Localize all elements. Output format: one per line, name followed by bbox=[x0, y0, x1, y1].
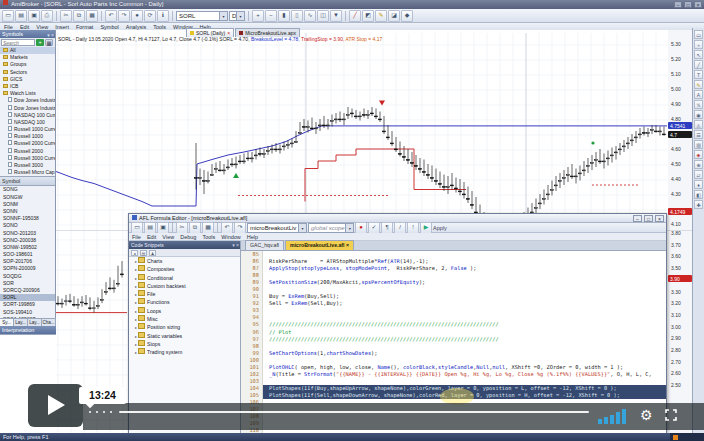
watchlist-item[interactable]: NASDAQ 100 bbox=[0, 119, 55, 126]
code-line-94[interactable]: 94 bbox=[241, 314, 666, 321]
sidebar-item-watch-lists[interactable]: Watch Lists bbox=[0, 90, 55, 97]
rail-tool-icon[interactable]: ◈ bbox=[694, 150, 703, 159]
menu-item-tools[interactable]: Tools bbox=[153, 24, 166, 30]
symbol-row-sonn[interactable]: SONN bbox=[0, 208, 55, 215]
draw-icon[interactable]: ╱ bbox=[349, 10, 361, 22]
undo-icon[interactable]: ↶ bbox=[105, 10, 117, 22]
menu-item-edit[interactable]: Edit bbox=[20, 24, 29, 30]
rail-tool-icon[interactable]: ◉ bbox=[694, 110, 703, 119]
menu-item-analysis[interactable]: Analysis bbox=[126, 24, 146, 30]
menu-item-symbol[interactable]: Symbol bbox=[100, 24, 118, 30]
symbol-row-sonw-199502[interactable]: SONW-199502 bbox=[0, 244, 55, 251]
editor-menu-item-debug[interactable]: Debug bbox=[180, 234, 196, 240]
code-line-87[interactable]: 87ApplyStop(stopTypeLoss, stopModePoint,… bbox=[241, 265, 666, 272]
rail-tool-icon[interactable]: A bbox=[694, 90, 703, 99]
sidebar-item-sectors[interactable]: Sectors bbox=[0, 69, 55, 76]
symbol-row-sop-201706[interactable]: SOP-201706 bbox=[0, 258, 55, 265]
symbol-row-sor[interactable]: SOR bbox=[0, 280, 55, 287]
watchlist-item[interactable]: Russell 3000 bbox=[0, 162, 55, 169]
symbol-row-sos-199410[interactable]: SOS-199410 bbox=[0, 309, 55, 316]
rail-tool-icon[interactable]: ↖ bbox=[694, 50, 703, 59]
snippet-folder-loops[interactable]: ▸Loops bbox=[129, 307, 240, 315]
cut-icon[interactable]: ✂ bbox=[60, 10, 72, 22]
code-snippets-header[interactable]: Code Snippets ▾ × bbox=[129, 241, 240, 249]
add-symbol-button[interactable]: + bbox=[36, 39, 44, 46]
symbol-row-sono[interactable]: SONO bbox=[0, 222, 55, 229]
snippet-folder-position-sizing[interactable]: ▸Position sizing bbox=[129, 323, 240, 331]
interval-combo[interactable]: D▾ bbox=[229, 11, 245, 21]
symbol-row-song[interactable]: SONG bbox=[0, 186, 55, 193]
snippets-header-buttons[interactable]: ▾ × bbox=[232, 241, 239, 249]
color-icon[interactable]: ◩ bbox=[362, 10, 374, 22]
fullscreen-icon[interactable] bbox=[664, 408, 678, 422]
snippet-folder-file[interactable]: ▸File bbox=[129, 290, 240, 298]
symbols-panel-header[interactable]: Symbols ▾ × bbox=[0, 30, 55, 38]
filter-button[interactable]: ▦ bbox=[45, 39, 53, 46]
line-chart-icon[interactable]: ∿ bbox=[304, 10, 316, 22]
symbol-row-sopn-200009[interactable]: SOPN-200009 bbox=[0, 265, 55, 272]
symbol-row-songw[interactable]: SONGW bbox=[0, 194, 55, 201]
open-icon[interactable]: ▤ bbox=[15, 10, 27, 22]
volume-control[interactable] bbox=[598, 408, 626, 424]
rail-tool-icon[interactable]: ◬ bbox=[694, 120, 703, 129]
undo-icon[interactable]: ↶ bbox=[221, 222, 233, 234]
editor-menu-item-help[interactable]: Help bbox=[247, 234, 258, 240]
editor-maximize-button[interactable]: □ bbox=[644, 215, 653, 222]
snippet-folder-trading-system[interactable]: ▸Trading system bbox=[129, 348, 240, 356]
code-line-86[interactable]: 86RiskPerShare = ATRStopMultiple*Ref(ATR… bbox=[241, 258, 666, 265]
progress-bar[interactable] bbox=[119, 411, 589, 413]
print-icon[interactable]: ⎙ bbox=[41, 10, 53, 22]
sidebar-item-icb[interactable]: ICB bbox=[0, 83, 55, 90]
symbol-row-sorcq-200906[interactable]: SORCQ-200906 bbox=[0, 287, 55, 294]
filter-icon[interactable]: ▼ bbox=[330, 10, 342, 22]
editor-menu-item-edit[interactable]: Edit bbox=[147, 234, 156, 240]
code-line-98[interactable]: 98 bbox=[241, 343, 666, 350]
snippet-folder-composites[interactable]: ▸Composites bbox=[129, 265, 240, 273]
code-line-100[interactable]: 100 bbox=[241, 357, 666, 364]
code-line-91[interactable]: 91Buy = ExRem(Buy,Sell); bbox=[241, 293, 666, 300]
code-line-85[interactable]: 85 bbox=[241, 251, 666, 258]
rail-tool-icon[interactable]: ％ bbox=[694, 100, 703, 109]
record-icon[interactable]: ● bbox=[355, 222, 367, 234]
chevron-down-icon[interactable]: ▾ bbox=[219, 12, 227, 20]
chevron-down-icon[interactable]: ▾ bbox=[345, 224, 353, 232]
rail-tool-icon[interactable]: ♦ bbox=[694, 180, 703, 189]
code-line-96[interactable]: 96// Plot bbox=[241, 329, 666, 336]
code-line-88[interactable]: 88 bbox=[241, 272, 666, 279]
save-icon[interactable]: ▣ bbox=[28, 10, 40, 22]
rail-tool-icon[interactable]: ☰ bbox=[694, 130, 703, 139]
snippets-view-icon[interactable]: ▤ bbox=[140, 250, 147, 256]
menu-item-file[interactable]: File bbox=[4, 24, 13, 30]
rail-tool-icon[interactable]: ⊕ bbox=[694, 160, 703, 169]
snippet-folder-static-variables[interactable]: ▸Static variables bbox=[129, 332, 240, 340]
sidebar-item-gics[interactable]: GICS bbox=[0, 76, 55, 83]
bar-chart-icon[interactable]: ▮ bbox=[278, 10, 290, 22]
panel-header-buttons[interactable]: ▾ × bbox=[47, 31, 54, 39]
rail-tool-icon[interactable]: ▥ bbox=[694, 140, 703, 149]
rail-tool-icon[interactable]: ＋ bbox=[694, 40, 703, 49]
watchlist-item[interactable]: Russell Micro Cap bbox=[0, 169, 55, 176]
minimize-button[interactable]: – bbox=[674, 1, 682, 8]
code-line-90[interactable]: 90 bbox=[241, 286, 666, 293]
sidebar-item-all[interactable]: All bbox=[0, 47, 55, 54]
code-line-92[interactable]: 92Sell = ExRem(Sell,Buy); bbox=[241, 300, 666, 307]
editor-menu-item-window[interactable]: Window bbox=[221, 234, 241, 240]
copy-icon[interactable]: ⧉ bbox=[73, 10, 85, 22]
code-line-95[interactable]: 95//////////////////////////////////////… bbox=[241, 321, 666, 328]
zoom-out-icon[interactable]: − bbox=[265, 10, 277, 22]
menu-item-insert[interactable]: Insert bbox=[55, 24, 69, 30]
check-syntax-icon[interactable]: ✓ bbox=[368, 222, 380, 234]
snippet-folder-custom-backtest[interactable]: ▸Custom backtest bbox=[129, 282, 240, 290]
watchlist-item[interactable]: Russell 3000 Curre bbox=[0, 155, 55, 162]
menu-item-format[interactable]: Format bbox=[76, 24, 93, 30]
watchlist-item[interactable]: Dow Jones Industri bbox=[0, 97, 55, 104]
editor-tab-1[interactable]: GAC_hqv.afl bbox=[245, 240, 284, 250]
watchlist-item[interactable]: Dow Jones Industri bbox=[0, 105, 55, 112]
symbol-row-sonm[interactable]: SONM bbox=[0, 201, 55, 208]
cut-icon[interactable]: ✂ bbox=[176, 222, 188, 234]
menu-item-view[interactable]: View bbox=[36, 24, 48, 30]
rail-tool-icon[interactable]: ▭ bbox=[694, 30, 703, 39]
insert-icon[interactable]: ¶ bbox=[381, 222, 393, 234]
rail-tool-icon[interactable]: ▱ bbox=[694, 170, 703, 179]
chevron-down-icon[interactable]: ▾ bbox=[236, 12, 244, 20]
